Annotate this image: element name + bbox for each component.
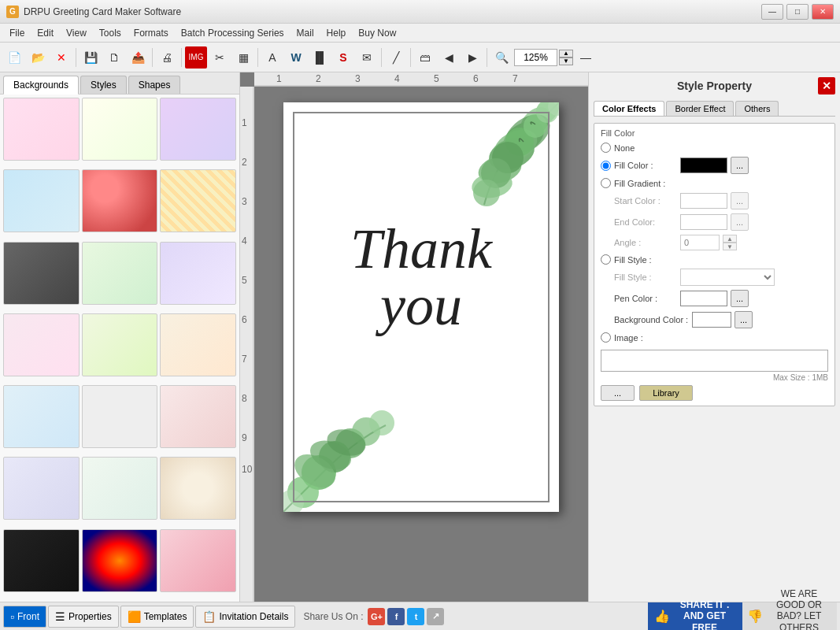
maximize-button[interactable]: □ <box>786 4 809 20</box>
pen-color-picker-button[interactable]: ... <box>731 290 749 307</box>
export-button[interactable]: 📤 <box>127 46 149 69</box>
angle-down[interactable]: ▼ <box>723 243 737 250</box>
bg-item-18[interactable] <box>160 457 236 520</box>
bg-item-8[interactable] <box>82 242 158 305</box>
greeting-card[interactable]: Thank you <box>283 102 559 512</box>
fill-image-radio[interactable] <box>601 332 611 343</box>
bg-item-7[interactable] <box>3 242 80 305</box>
canvas-viewport[interactable]: Thank you <box>254 87 588 602</box>
facebook-icon[interactable]: f <box>387 608 405 625</box>
menu-edit[interactable]: Edit <box>31 26 60 40</box>
bg-item-3[interactable] <box>160 98 236 161</box>
bg-item-20[interactable] <box>82 529 158 592</box>
tab-color-effects[interactable]: Color Effects <box>594 101 664 116</box>
end-color-swatch[interactable] <box>680 214 727 230</box>
zoom-up[interactable]: ▲ <box>559 50 573 57</box>
bg-item-1[interactable] <box>3 98 80 161</box>
barcode2-button[interactable]: ▐▌ <box>309 46 331 69</box>
bg-color-picker-button[interactable]: ... <box>735 311 753 328</box>
fill-style-select[interactable] <box>680 269 775 286</box>
minimize-button[interactable]: — <box>761 4 783 20</box>
bg-item-5[interactable] <box>82 169 158 232</box>
image-path-input[interactable] <box>601 350 828 372</box>
library-button[interactable]: Library <box>639 385 693 401</box>
new-button[interactable]: 📄 <box>3 46 25 69</box>
wordart-button[interactable]: W <box>285 46 307 69</box>
bg-item-16[interactable] <box>3 457 80 520</box>
style-property-close[interactable]: ✕ <box>818 77 835 94</box>
start-color-swatch[interactable] <box>680 193 727 209</box>
open-button[interactable]: 📂 <box>27 46 49 69</box>
tab-styles[interactable]: Styles <box>80 76 127 94</box>
tab-properties[interactable]: ☰ Properties <box>48 606 119 628</box>
menu-buy-now[interactable]: Buy Now <box>352 26 402 40</box>
menu-tools[interactable]: Tools <box>93 26 128 40</box>
google-plus-icon[interactable]: G+ <box>368 608 385 625</box>
zoom-down[interactable]: ▼ <box>559 57 573 65</box>
tab-backgrounds[interactable]: Backgrounds <box>3 76 79 94</box>
tab-others[interactable]: Others <box>735 101 779 116</box>
image-button[interactable]: IMG <box>185 46 207 69</box>
close-file-button[interactable]: ✕ <box>50 46 72 69</box>
text-button[interactable]: A <box>261 46 283 69</box>
bg-item-12[interactable] <box>160 313 236 376</box>
pen-color-swatch[interactable] <box>680 291 727 306</box>
promo-share-text[interactable]: 👍 SHARE IT . AND GET FREE <box>648 602 742 631</box>
share-icon[interactable]: ↗ <box>427 608 444 625</box>
angle-input[interactable] <box>680 235 720 250</box>
menu-view[interactable]: View <box>60 26 93 40</box>
tab-templates[interactable]: 🟧 Templates <box>120 606 194 628</box>
twitter-icon[interactable]: t <box>407 608 424 625</box>
fill-color-swatch[interactable] <box>680 158 727 173</box>
barcode-button[interactable]: ▦ <box>232 46 254 69</box>
fill-gradient-radio[interactable] <box>601 178 611 188</box>
bg-item-2[interactable] <box>82 98 158 161</box>
end-color-picker-button[interactable]: ... <box>731 213 749 231</box>
bg-item-9[interactable] <box>160 242 236 305</box>
menu-help[interactable]: Help <box>320 26 353 40</box>
envelope-button[interactable]: ✉ <box>356 46 378 69</box>
angle-up[interactable]: ▲ <box>723 235 737 243</box>
bg-item-11[interactable] <box>82 313 158 376</box>
line-button[interactable]: ╱ <box>385 46 407 69</box>
zoom-out-button[interactable]: — <box>575 46 597 69</box>
bg-item-19[interactable] <box>3 529 80 592</box>
style-property-title: Style Property <box>611 80 818 92</box>
nav-next[interactable]: ▶ <box>461 46 483 69</box>
menu-batch-processing[interactable]: Batch Processing Series <box>175 26 290 40</box>
print-button[interactable]: 🖨 <box>156 46 178 69</box>
image-label: Image : <box>614 333 677 343</box>
fill-color-radio[interactable] <box>601 161 611 171</box>
start-color-picker-button[interactable]: ... <box>731 192 749 209</box>
bg-item-21[interactable] <box>160 529 236 592</box>
bg-item-4[interactable] <box>3 169 80 232</box>
bg-item-6[interactable] <box>160 169 236 232</box>
fill-style-radio[interactable] <box>601 254 611 265</box>
tab-invitation-details[interactable]: 📋 Invitation Details <box>195 606 295 628</box>
bg-item-13[interactable] <box>3 385 80 448</box>
tab-shapes[interactable]: Shapes <box>128 76 181 94</box>
bg-item-10[interactable] <box>3 313 80 376</box>
menu-formats[interactable]: Formats <box>128 26 175 40</box>
fill-color-picker-button[interactable]: ... <box>731 157 749 174</box>
promo-review-text[interactable]: 👎 WE ARE GOOD OR BAD? LET OTHERS KNOW... <box>742 602 837 631</box>
special-button[interactable]: S <box>332 46 354 69</box>
tab-front[interactable]: ▫ Front <box>3 606 46 628</box>
menu-mail[interactable]: Mail <box>290 26 320 40</box>
bg-color-swatch[interactable] <box>692 312 731 328</box>
clip-button[interactable]: ✂ <box>209 46 231 69</box>
save-button[interactable]: 💾 <box>80 46 102 69</box>
save-as-button[interactable]: 🗋 <box>103 46 125 69</box>
bg-item-17[interactable] <box>82 457 158 520</box>
zoom-input[interactable] <box>514 49 557 66</box>
menu-file[interactable]: File <box>3 26 31 40</box>
bg-item-15[interactable] <box>160 385 236 448</box>
db-button[interactable]: 🗃 <box>414 46 436 69</box>
tab-border-effect[interactable]: Border Effect <box>666 101 734 116</box>
ellipsis-button[interactable]: ... <box>601 385 635 401</box>
bg-item-14[interactable] <box>82 385 158 448</box>
nav-prev[interactable]: ◀ <box>438 46 460 69</box>
zoom-in-button[interactable]: 🔍 <box>490 46 513 69</box>
fill-none-radio[interactable] <box>601 143 611 153</box>
close-window-button[interactable]: ✕ <box>812 4 834 20</box>
